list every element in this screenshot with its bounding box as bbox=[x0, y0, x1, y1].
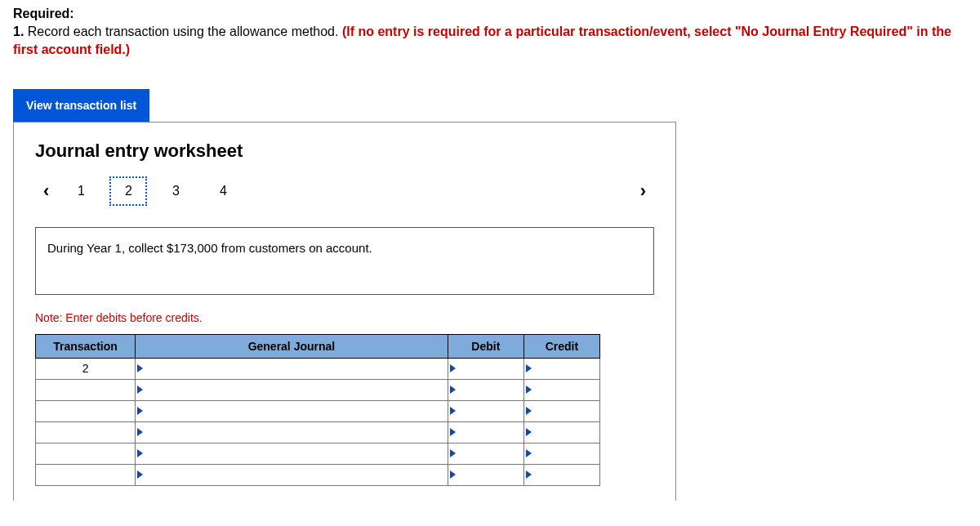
general-journal-cell[interactable] bbox=[136, 358, 448, 379]
debit-cell[interactable] bbox=[448, 421, 523, 443]
col-header-debit: Debit bbox=[448, 334, 523, 358]
general-journal-cell[interactable] bbox=[136, 400, 448, 421]
dropdown-arrow-icon bbox=[450, 470, 456, 479]
worksheet-panel: Journal entry worksheet ‹ 1 2 3 4 › Duri… bbox=[13, 122, 676, 501]
dropdown-arrow-icon bbox=[137, 449, 143, 457]
transaction-cell bbox=[36, 400, 136, 421]
dropdown-arrow-icon bbox=[526, 428, 532, 436]
dropdown-arrow-icon bbox=[137, 386, 143, 394]
col-header-transaction: Transaction bbox=[36, 334, 136, 358]
tab-1[interactable]: 1 bbox=[62, 176, 100, 206]
debit-cell[interactable] bbox=[448, 443, 523, 464]
transaction-cell bbox=[36, 379, 136, 400]
col-header-credit: Credit bbox=[523, 334, 599, 358]
dropdown-arrow-icon bbox=[526, 386, 532, 394]
table-row bbox=[36, 464, 600, 485]
instruction-line: 1. Record each transaction using the all… bbox=[13, 23, 967, 60]
tab-3[interactable]: 3 bbox=[157, 176, 194, 206]
note-line: Note: Enter debits before credits. bbox=[35, 311, 654, 324]
dropdown-arrow-icon bbox=[526, 449, 532, 457]
debit-cell[interactable] bbox=[448, 379, 523, 400]
transaction-cell: 2 bbox=[36, 358, 136, 379]
instruction-black: Record each transaction using the allowa… bbox=[24, 25, 342, 38]
general-journal-cell[interactable] bbox=[136, 421, 448, 443]
dropdown-arrow-icon bbox=[137, 428, 143, 436]
debit-cell[interactable] bbox=[448, 464, 523, 485]
credit-cell[interactable] bbox=[523, 443, 599, 464]
dropdown-arrow-icon bbox=[137, 364, 143, 372]
dropdown-arrow-icon bbox=[526, 407, 532, 415]
credit-cell[interactable] bbox=[523, 400, 599, 421]
dropdown-arrow-icon bbox=[450, 407, 456, 415]
table-row bbox=[36, 400, 600, 421]
dropdown-arrow-icon bbox=[526, 364, 532, 372]
table-row: 2 bbox=[36, 358, 600, 379]
table-row bbox=[36, 379, 600, 400]
dropdown-arrow-icon bbox=[450, 428, 456, 436]
table-row bbox=[36, 421, 600, 443]
transaction-cell bbox=[36, 464, 136, 485]
dropdown-arrow-icon bbox=[526, 470, 532, 479]
general-journal-cell[interactable] bbox=[136, 464, 448, 485]
instruction-number: 1. bbox=[13, 25, 24, 38]
dropdown-arrow-icon bbox=[137, 470, 143, 479]
dropdown-arrow-icon bbox=[450, 364, 456, 372]
required-heading: Required: bbox=[13, 7, 967, 21]
debit-cell[interactable] bbox=[448, 400, 523, 421]
dropdown-arrow-icon bbox=[450, 449, 456, 457]
general-journal-cell[interactable] bbox=[136, 443, 448, 464]
debit-cell[interactable] bbox=[448, 358, 523, 379]
credit-cell[interactable] bbox=[523, 464, 599, 485]
table-row bbox=[36, 443, 600, 464]
credit-cell[interactable] bbox=[523, 358, 599, 379]
view-transaction-list-button[interactable]: View transaction list bbox=[13, 89, 149, 122]
credit-cell[interactable] bbox=[523, 421, 599, 443]
transaction-cell bbox=[36, 443, 136, 464]
transaction-cell bbox=[36, 421, 136, 443]
col-header-general-journal: General Journal bbox=[136, 334, 448, 358]
tab-nav-row: ‹ 1 2 3 4 › bbox=[35, 176, 654, 206]
worksheet-title: Journal entry worksheet bbox=[35, 140, 654, 162]
general-journal-cell[interactable] bbox=[136, 379, 448, 400]
dropdown-arrow-icon bbox=[450, 386, 456, 394]
transaction-prompt: During Year 1, collect $173,000 from cus… bbox=[35, 227, 654, 295]
tab-2[interactable]: 2 bbox=[109, 176, 147, 206]
journal-entry-table: Transaction General Journal Debit Credit… bbox=[35, 334, 600, 486]
next-chevron-icon[interactable]: › bbox=[632, 181, 654, 202]
dropdown-arrow-icon bbox=[137, 407, 143, 415]
tab-4[interactable]: 4 bbox=[204, 176, 242, 206]
credit-cell[interactable] bbox=[523, 379, 599, 400]
prev-chevron-icon[interactable]: ‹ bbox=[35, 181, 57, 202]
